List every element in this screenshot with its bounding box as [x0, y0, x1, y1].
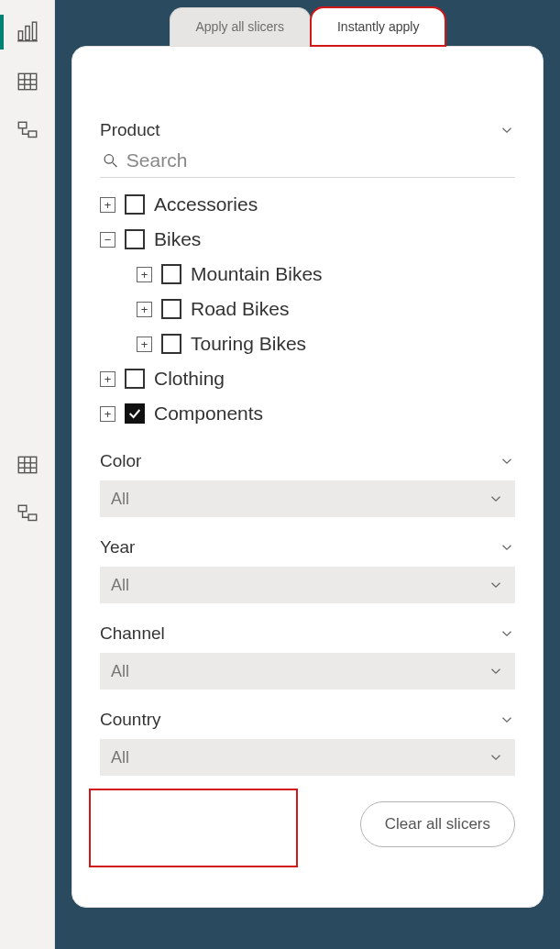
chevron-down-icon[interactable] — [499, 625, 515, 642]
tree-label: Components — [154, 403, 263, 425]
collapse-icon[interactable]: − — [100, 232, 115, 248]
svg-point-18 — [104, 155, 113, 163]
chevron-down-icon — [488, 749, 504, 766]
main-area: Apply all slicers Instantly apply Produc… — [55, 0, 560, 949]
color-title: Color — [100, 451, 141, 471]
nav-model-secondary[interactable] — [6, 493, 49, 535]
svg-rect-11 — [18, 457, 37, 472]
tree-label: Touring Bikes — [191, 333, 306, 355]
tree-row[interactable]: +Clothing — [100, 361, 515, 396]
chevron-down-icon[interactable] — [499, 712, 515, 728]
checkbox[interactable] — [125, 369, 145, 389]
year-title: Year — [100, 537, 135, 557]
table-icon — [16, 70, 39, 94]
nav-report-view[interactable] — [6, 11, 49, 53]
svg-rect-0 — [18, 31, 22, 40]
bar-chart-icon — [16, 20, 39, 44]
expand-icon[interactable]: + — [137, 337, 152, 352]
svg-rect-16 — [18, 505, 27, 512]
search-icon — [102, 151, 119, 170]
country-dropdown[interactable]: All — [100, 739, 515, 776]
product-title: Product — [100, 120, 159, 140]
svg-rect-4 — [18, 73, 37, 89]
highlight-box — [89, 789, 298, 867]
color-dropdown[interactable]: All — [100, 480, 515, 517]
check-icon — [127, 406, 142, 421]
checkbox[interactable] — [125, 403, 145, 424]
chevron-down-icon[interactable] — [499, 453, 515, 469]
slicer-panel: Product +Accessories−Bikes+Mountain Bike… — [71, 46, 544, 908]
nav-data-view[interactable] — [6, 61, 49, 103]
tree-row[interactable]: +Touring Bikes — [100, 326, 515, 361]
tree-label: Mountain Bikes — [191, 263, 323, 285]
country-title: Country — [100, 710, 161, 730]
svg-line-19 — [113, 162, 117, 167]
channel-slicer: Channel All — [100, 623, 515, 690]
tab-instantly-apply[interactable]: Instantly apply — [311, 7, 446, 46]
tree-label: Road Bikes — [191, 298, 289, 320]
checkbox[interactable] — [125, 229, 145, 249]
model-icon — [16, 119, 39, 143]
chevron-down-icon — [488, 491, 504, 507]
channel-value: All — [111, 662, 129, 681]
model-icon — [16, 502, 39, 526]
svg-rect-9 — [18, 122, 27, 128]
expand-icon[interactable]: + — [137, 267, 152, 282]
svg-rect-2 — [32, 22, 36, 39]
svg-rect-10 — [28, 131, 37, 138]
year-slicer: Year All — [100, 537, 515, 603]
tree-label: Bikes — [154, 228, 201, 250]
expand-icon[interactable]: + — [100, 197, 115, 213]
tree-label: Clothing — [154, 368, 225, 390]
tree-row[interactable]: +Components — [100, 396, 515, 431]
country-slicer: Country All — [100, 710, 515, 776]
table-icon — [16, 453, 39, 477]
product-tree: +Accessories−Bikes+Mountain Bikes+Road B… — [100, 187, 515, 431]
tree-label: Accessories — [154, 193, 258, 215]
year-value: All — [111, 576, 129, 595]
panel-footer: Clear all slicers — [100, 801, 515, 847]
svg-rect-17 — [28, 514, 37, 521]
nav-model-view[interactable] — [6, 110, 49, 152]
svg-rect-1 — [25, 27, 28, 40]
tab-strip: Apply all slicers Instantly apply — [71, 0, 544, 46]
chevron-down-icon[interactable] — [499, 539, 515, 556]
channel-title: Channel — [100, 623, 165, 644]
tree-row[interactable]: −Bikes — [100, 222, 515, 257]
nav-table-secondary[interactable] — [6, 444, 49, 486]
country-value: All — [111, 748, 129, 767]
checkbox[interactable] — [161, 334, 181, 354]
product-slicer-header: Product — [100, 120, 515, 140]
search-input[interactable] — [126, 149, 513, 171]
checkbox[interactable] — [125, 194, 145, 215]
year-dropdown[interactable]: All — [100, 567, 515, 603]
clear-all-slicers-button[interactable]: Clear all slicers — [360, 801, 515, 847]
product-search[interactable] — [100, 146, 515, 178]
expand-icon[interactable]: + — [137, 302, 152, 317]
chevron-down-icon[interactable] — [499, 122, 515, 138]
expand-icon[interactable]: + — [100, 406, 115, 422]
chevron-down-icon — [488, 663, 504, 679]
tree-row[interactable]: +Road Bikes — [100, 292, 515, 326]
tree-row[interactable]: +Mountain Bikes — [100, 257, 515, 292]
checkbox[interactable] — [161, 264, 181, 284]
left-nav-rail — [0, 0, 55, 949]
tree-row[interactable]: +Accessories — [100, 187, 515, 222]
color-value: All — [111, 490, 129, 509]
expand-icon[interactable]: + — [100, 371, 115, 387]
checkbox[interactable] — [161, 299, 181, 319]
tab-apply-all-slicers[interactable]: Apply all slicers — [170, 7, 311, 46]
color-slicer: Color All — [100, 451, 515, 517]
channel-dropdown[interactable]: All — [100, 653, 515, 690]
chevron-down-icon — [488, 577, 504, 593]
